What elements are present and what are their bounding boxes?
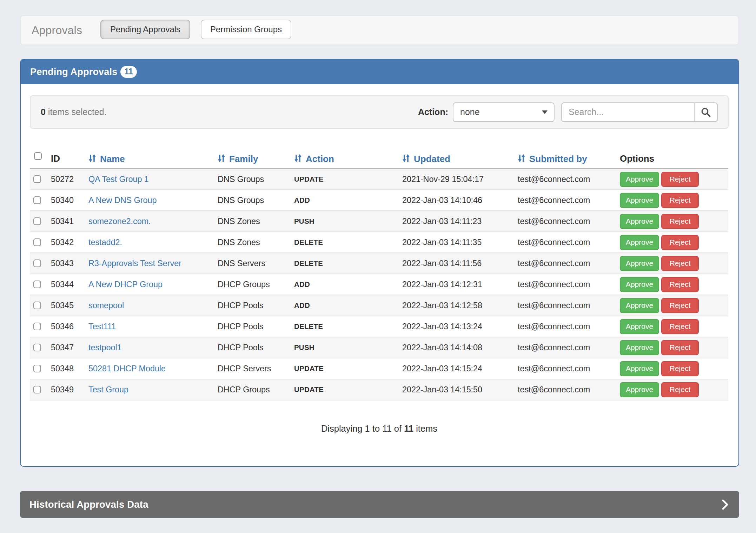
approve-button[interactable]: Approve bbox=[620, 298, 659, 313]
table-row: 50342 testadd2. DNS Zones DELETE 2022-Ja… bbox=[30, 232, 728, 253]
row-id: 50342 bbox=[47, 232, 84, 253]
approve-button[interactable]: Approve bbox=[620, 193, 659, 208]
approve-button[interactable]: Approve bbox=[620, 256, 659, 271]
action-select[interactable]: none bbox=[453, 102, 555, 122]
row-checkbox[interactable] bbox=[33, 302, 41, 309]
reject-button[interactable]: Reject bbox=[661, 361, 699, 376]
row-submitted-by: test@6connect.com bbox=[513, 379, 616, 400]
row-checkbox[interactable] bbox=[33, 344, 41, 351]
column-header-updated[interactable]: Updated bbox=[398, 149, 513, 169]
row-updated: 2022-Jan-03 14:14:08 bbox=[398, 337, 513, 358]
row-action: DELETE bbox=[290, 316, 398, 337]
sort-icon bbox=[294, 154, 302, 163]
column-header-submitted-by[interactable]: Submitted by bbox=[513, 149, 616, 169]
row-name-link[interactable]: somezone2.com. bbox=[88, 217, 151, 226]
tab-permission-groups[interactable]: Permission Groups bbox=[201, 20, 291, 39]
row-family: DNS Zones bbox=[213, 211, 290, 232]
row-name-link[interactable]: 50281 DHCP Module bbox=[88, 364, 166, 373]
tab-pending-approvals[interactable]: Pending Approvals bbox=[100, 20, 190, 39]
row-checkbox[interactable] bbox=[33, 196, 41, 204]
row-id: 50348 bbox=[47, 358, 84, 379]
row-checkbox[interactable] bbox=[33, 281, 41, 288]
selected-text: items selected. bbox=[46, 107, 107, 117]
row-submitted-by: test@6connect.com bbox=[513, 211, 616, 232]
row-updated: 2022-Jan-03 14:10:46 bbox=[398, 190, 513, 211]
table-row: 50343 R3-Approvals Test Server DNS Serve… bbox=[30, 253, 728, 274]
row-action: UPDATE bbox=[290, 379, 398, 400]
row-name-link[interactable]: testpool1 bbox=[88, 343, 121, 352]
row-action: PUSH bbox=[290, 337, 398, 358]
table-row: 50349 Test Group DHCP Groups UPDATE 2022… bbox=[30, 379, 728, 400]
approvals-table: ID Name Family Action Updated Submitted … bbox=[30, 149, 728, 400]
row-action: ADD bbox=[290, 295, 398, 316]
reject-button[interactable]: Reject bbox=[661, 277, 699, 292]
pending-approvals-panel: Pending Approvals 11 0 items selected. A… bbox=[20, 59, 739, 467]
chevron-right-icon bbox=[722, 499, 729, 510]
row-name-link[interactable]: testadd2. bbox=[88, 238, 122, 247]
row-name-link[interactable]: R3-Approvals Test Server bbox=[88, 259, 181, 268]
row-updated: 2022-Jan-03 14:15:24 bbox=[398, 358, 513, 379]
row-checkbox[interactable] bbox=[33, 365, 41, 372]
row-action: UPDATE bbox=[290, 169, 398, 190]
sort-icon bbox=[218, 154, 225, 163]
reject-button[interactable]: Reject bbox=[661, 193, 699, 208]
row-name-link[interactable]: Test Group bbox=[88, 385, 128, 394]
row-action: ADD bbox=[290, 190, 398, 211]
historical-approvals-title: Historical Approvals Data bbox=[29, 499, 148, 510]
row-checkbox[interactable] bbox=[33, 175, 41, 183]
column-header-action[interactable]: Action bbox=[290, 149, 398, 169]
pagination-status: Displaying 1 to 11 of 11 items bbox=[30, 422, 729, 435]
row-checkbox[interactable] bbox=[33, 323, 41, 330]
row-name-link[interactable]: somepool bbox=[88, 301, 124, 310]
reject-button[interactable]: Reject bbox=[661, 172, 699, 187]
approve-button[interactable]: Approve bbox=[620, 172, 659, 187]
approve-button[interactable]: Approve bbox=[620, 382, 659, 397]
row-name-link[interactable]: A New DNS Group bbox=[88, 196, 157, 205]
row-id: 50345 bbox=[47, 295, 84, 316]
row-id: 50347 bbox=[47, 337, 84, 358]
approve-button[interactable]: Approve bbox=[620, 214, 659, 229]
search-button[interactable] bbox=[694, 102, 718, 122]
select-all-checkbox[interactable] bbox=[34, 152, 42, 160]
row-family: DHCP Groups bbox=[213, 274, 290, 295]
column-header-name[interactable]: Name bbox=[84, 149, 213, 169]
row-family: DHCP Servers bbox=[213, 358, 290, 379]
reject-button[interactable]: Reject bbox=[661, 298, 699, 313]
approve-button[interactable]: Approve bbox=[620, 319, 659, 334]
row-checkbox[interactable] bbox=[33, 386, 41, 393]
row-action: UPDATE bbox=[290, 358, 398, 379]
column-header-family[interactable]: Family bbox=[213, 149, 290, 169]
table-row: 50345 somepool DHCP Pools ADD 2022-Jan-0… bbox=[30, 295, 728, 316]
reject-button[interactable]: Reject bbox=[661, 319, 699, 334]
column-header-options: Options bbox=[616, 149, 728, 169]
row-name-link[interactable]: A New DHCP Group bbox=[88, 280, 163, 289]
table-row: 50344 A New DHCP Group DHCP Groups ADD 2… bbox=[30, 274, 728, 295]
row-submitted-by: test@6connect.com bbox=[513, 253, 616, 274]
reject-button[interactable]: Reject bbox=[661, 382, 699, 397]
action-select-value: none bbox=[460, 107, 542, 117]
approve-button[interactable]: Approve bbox=[620, 235, 659, 250]
row-family: DHCP Pools bbox=[213, 316, 290, 337]
row-name-link[interactable]: Test111 bbox=[88, 322, 116, 331]
search-input[interactable] bbox=[561, 102, 694, 122]
approve-button[interactable]: Approve bbox=[620, 277, 659, 292]
reject-button[interactable]: Reject bbox=[661, 256, 699, 271]
row-family: DHCP Pools bbox=[213, 295, 290, 316]
row-submitted-by: test@6connect.com bbox=[513, 337, 616, 358]
row-name-link[interactable]: QA Test Group 1 bbox=[88, 175, 149, 184]
row-action: ADD bbox=[290, 274, 398, 295]
row-updated: 2022-Jan-03 14:12:58 bbox=[398, 295, 513, 316]
action-label: Action: bbox=[418, 107, 448, 117]
row-updated: 2022-Jan-03 14:11:56 bbox=[398, 253, 513, 274]
reject-button[interactable]: Reject bbox=[661, 214, 699, 229]
row-checkbox[interactable] bbox=[33, 259, 41, 267]
row-action: DELETE bbox=[290, 232, 398, 253]
approve-button[interactable]: Approve bbox=[620, 340, 659, 355]
historical-approvals-bar[interactable]: Historical Approvals Data bbox=[20, 491, 739, 518]
row-family: DHCP Groups bbox=[213, 379, 290, 400]
row-checkbox[interactable] bbox=[33, 217, 41, 225]
row-checkbox[interactable] bbox=[33, 238, 41, 246]
reject-button[interactable]: Reject bbox=[661, 235, 699, 250]
reject-button[interactable]: Reject bbox=[661, 340, 699, 355]
approve-button[interactable]: Approve bbox=[620, 361, 659, 376]
